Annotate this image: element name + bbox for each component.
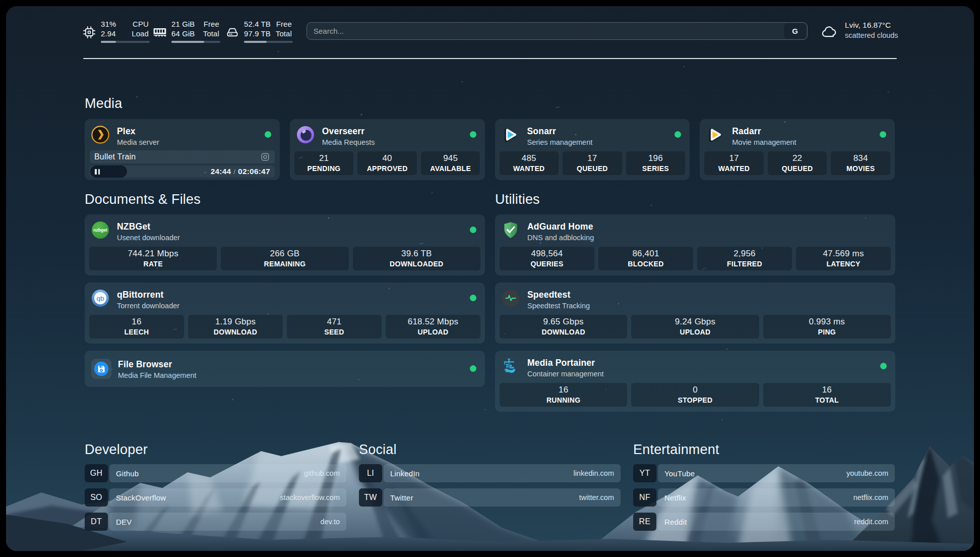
overseerr-subtitle: Media Requests [322,137,375,147]
stat-label: REMAINING [221,259,348,269]
stat-label: SERIES [626,164,686,174]
service-card-speedtest[interactable]: Speedtest Speedtest Tracking 9.65 Gbps D… [495,283,895,344]
service-card-overseerr[interactable]: Overseerr Media Requests 21 PENDING 40 A… [290,119,485,180]
stat-label: WANTED [704,164,764,174]
stat-label: UPLOAD [631,327,759,337]
bookmark-group-entertainment: Entertainment YT YouTube youtube.com NF … [633,442,895,531]
stat-label: DOWNLOAD [500,327,627,337]
section-title-media: Media [85,96,122,111]
weather-widget[interactable]: Lviv, 16.87°C scattered clouds [821,20,898,40]
sonarr-subtitle: Series management [527,137,593,147]
sonarr-title: Sonarr [527,126,593,137]
service-card-qbittorrent[interactable]: qb qBittorrent Torrent downloader 16 LEE… [85,283,485,344]
bookmark-domain: netflix.com [853,493,888,502]
bookmark-name: DEV [116,518,132,526]
bookmark-name: Reddit [664,518,687,526]
bookmark-name: Github [116,469,139,478]
filebrowser-icon-tile [91,359,111,379]
weather-location-temp: Lviv, 16.87°C [845,20,898,30]
disk-progress-bar [244,41,293,43]
nzbget-status-dot [470,227,476,233]
service-card-filebrowser[interactable]: File Browser Media File Management [85,351,485,387]
stat-label: AVAILABLE [421,164,480,174]
radarr-stat-wanted: 17 WANTED [704,151,764,175]
disk-progress-fill [244,41,267,43]
bookmark-netflix[interactable]: NF Netflix netflix.com [633,488,895,507]
bookmark-reddit[interactable]: RE Reddit reddit.com [633,513,895,531]
stat-value: 744.21 Mbps [89,248,217,259]
linkedin-abbr-icon: LI [359,464,382,482]
plex-icon [91,126,109,144]
nzbget-stat-remaining: 266 GB REMAINING [221,247,348,270]
service-card-portainer[interactable]: Media Portainer Container management 16 … [495,351,895,412]
adguard-stat-queries: 498,564 QUERIES [500,247,594,270]
bookmarks-area: Developer GH Github github.com SO StackO… [85,442,895,531]
bookmark-youtube[interactable]: YT YouTube youtube.com [633,464,895,482]
sonarr-stat-wanted: 485 WANTED [500,151,559,175]
memory-icon [153,26,166,39]
bookmark-twitter[interactable]: TW Twitter twitter.com [359,488,621,507]
stat-label: LEECH [89,327,184,337]
stat-value: 618.52 Mbps [386,316,480,327]
stat-value: 2,956 [697,248,792,259]
stat-value: 16 [89,316,184,327]
service-card-radarr[interactable]: Radarr Movie management 17 WANTED 22 QUE… [700,119,895,180]
speedtest-title: Speedtest [527,289,590,301]
stat-label: TOTAL [763,396,891,405]
bookmark-linkedin[interactable]: LI LinkedIn linkedin.com [359,464,621,482]
overseerr-icon [296,126,315,144]
filebrowser-subtitle: Media File Management [118,370,197,380]
service-card-sonarr[interactable]: Sonarr Series management 485 WANTED 17 Q… [495,119,690,180]
search-input[interactable]: Search... [314,27,784,35]
search-provider-button[interactable]: G [784,23,806,39]
disk-resource-widget: 52.4 TB Free 97.9 TB Total [226,19,293,43]
adguard-stat-blocked: 86,401 BLOCKED [598,247,693,270]
service-card-nzbget[interactable]: nzbget NZBGet Usenet downloader 744.21 M… [85,214,485,275]
cpu-usage-label: CPU [119,19,149,29]
bookmark-name: LinkedIn [390,469,419,478]
qbittorrent-stat-upload: 618.52 Mbps UPLOAD [386,315,480,339]
stat-value: 39.6 TB [353,248,480,259]
bookmark-github[interactable]: GH Github github.com [85,464,346,482]
service-card-adguard[interactable]: AdGuard Home DNS and adblocking 498,564 … [495,214,895,275]
radarr-title: Radarr [732,126,796,137]
svg-text:nzbget: nzbget [93,228,107,233]
stat-value: 471 [287,316,382,327]
search-bar[interactable]: Search... G [307,22,808,40]
plex-progress-track[interactable]: 24:44 / 02:06:47 [90,165,275,178]
nzbget-icon: nzbget [91,221,109,239]
nzbget-stat-downloaded: 39.6 TB DOWNLOADED [353,247,480,270]
stat-label: QUEUED [768,164,827,174]
stat-label: DOWNLOAD [188,327,283,337]
plex-status-dot [265,131,271,138]
overseerr-title: Overseerr [322,126,375,137]
nzbget-stat-rate: 744.21 Mbps RATE [89,247,217,270]
service-card-plex[interactable]: Plex Media server Bullet Train 24:44 [85,119,280,180]
pause-icon[interactable] [95,169,100,175]
portainer-stat-total: 16 TOTAL [763,383,891,407]
speedtest-subtitle: Speedtest Tracking [527,301,590,311]
stat-value: 266 GB [221,248,348,259]
stat-label: LATENCY [796,259,891,269]
plex-progress-fill [90,165,127,178]
bookmark-name: YouTube [664,469,695,478]
portainer-title: Media Portainer [527,357,604,369]
plex-title: Plex [117,126,159,137]
section-documents-files: Documents & Files nzbget NZBGet Usenet d… [85,192,485,387]
header-divider [83,58,897,59]
stat-label: DOWNLOADED [353,259,480,269]
bookmark-dev[interactable]: DT DEV dev.to [85,513,346,531]
dashboard-screen: 31% CPU 2.94 Load 21 [6,6,974,551]
disk-free-label: Free [274,19,292,29]
netflix-abbr-icon: NF [633,488,656,507]
stat-label: STOPPED [631,396,759,405]
stat-label: PING [763,327,891,337]
bookmark-stackoverflow[interactable]: SO StackOverflow stackoverflow.com [85,488,346,507]
stat-value: 485 [500,153,559,164]
memory-free-label: Free [198,19,219,29]
time-separator: / [231,168,238,176]
filebrowser-icon [93,361,109,377]
cpu-load-label: Load [119,29,149,38]
radarr-icon [706,126,724,144]
overseerr-status-dot [470,131,476,138]
